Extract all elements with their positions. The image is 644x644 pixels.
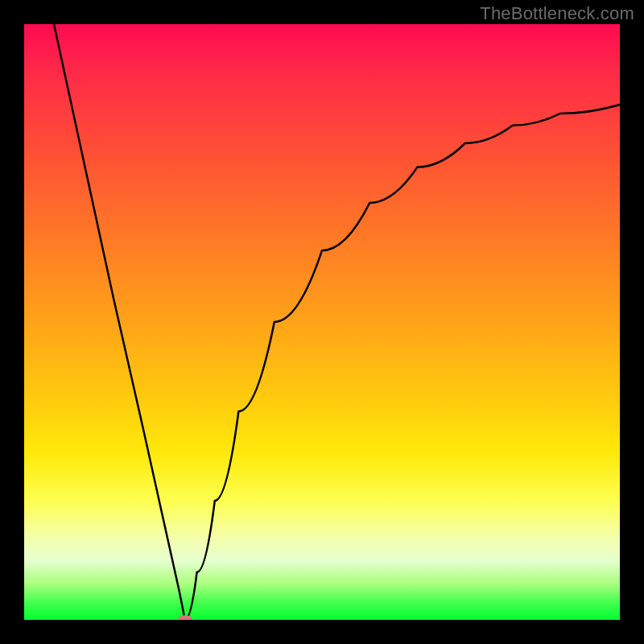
curve-right-branch — [185, 105, 620, 620]
plot-area — [24, 24, 620, 620]
watermark-text: TheBottleneck.com — [480, 3, 634, 24]
curve-left-branch — [54, 24, 185, 620]
chart-container: TheBottleneck.com — [0, 0, 644, 644]
minimum-marker — [178, 615, 192, 620]
bottleneck-curve — [24, 24, 620, 620]
